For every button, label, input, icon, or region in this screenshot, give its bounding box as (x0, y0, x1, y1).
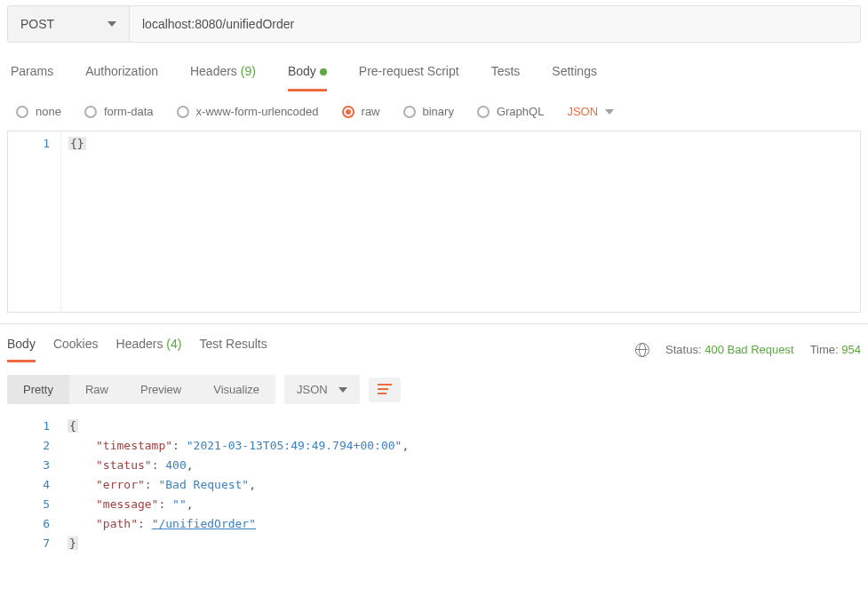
response-code[interactable]: { "timestamp": "2021-03-13T05:49:49.794+… (60, 417, 861, 553)
rtab-cookies-label: Cookies (53, 337, 99, 351)
code-token: "timestamp" (96, 439, 172, 452)
code-token: : (152, 458, 166, 472)
code-token: "message" (96, 497, 158, 511)
request-bar: POST (0, 0, 868, 48)
body-format-label: JSON (567, 105, 598, 118)
tab-headers-count: (9) (241, 64, 256, 78)
response-tabs: Body Cookies Headers (4) Test Results St… (0, 324, 868, 362)
radio-none-label: none (36, 105, 61, 118)
tab-params[interactable]: Params (11, 64, 53, 91)
request-body-editor[interactable]: 1 {} (7, 131, 861, 313)
code-text: {} (68, 137, 86, 150)
response-format-label: JSON (297, 383, 328, 396)
line-number: 7 (7, 534, 50, 553)
view-raw-label: Raw (85, 383, 108, 396)
view-mode-group: Pretty Raw Preview Visualize (7, 375, 275, 404)
radio-binary-label: binary (423, 105, 454, 118)
tab-headers-label: Headers (190, 64, 237, 78)
rtab-body-label: Body (7, 337, 36, 351)
tab-tests[interactable]: Tests (491, 64, 521, 91)
code-token: : (172, 439, 187, 452)
view-visualize-button[interactable]: Visualize (197, 375, 275, 404)
code-token: 400 (165, 458, 186, 472)
radio-graphql[interactable]: GraphQL (477, 105, 544, 118)
code-token: , (187, 497, 194, 511)
globe-icon[interactable] (635, 343, 649, 357)
status-block[interactable]: Status: 400 Bad Request (665, 343, 794, 356)
response-tab-body[interactable]: Body (7, 337, 36, 362)
tab-prerequest[interactable]: Pre-request Script (359, 64, 459, 91)
editor-gutter: 1 (8, 131, 61, 312)
view-preview-button[interactable]: Preview (124, 375, 197, 404)
tab-settings-label: Settings (552, 64, 597, 78)
view-pretty-label: Pretty (23, 383, 53, 396)
radio-binary[interactable]: binary (403, 105, 454, 118)
radio-icon (477, 106, 490, 118)
editor-content[interactable]: {} (61, 131, 860, 312)
chevron-down-icon (605, 109, 614, 115)
radio-raw[interactable]: raw (342, 105, 380, 118)
response-body-editor[interactable]: 1 2 3 4 5 6 7 { "timestamp": "2021-03-13… (7, 417, 861, 553)
body-type-row: none form-data x-www-form-urlencoded raw… (0, 92, 868, 131)
status-label: Status: (665, 343, 701, 356)
view-preview-label: Preview (140, 383, 181, 396)
view-pretty-button[interactable]: Pretty (7, 375, 69, 404)
tab-prerequest-label: Pre-request Script (359, 64, 459, 78)
radio-formdata-label: form-data (104, 105, 154, 118)
chevron-down-icon (338, 387, 347, 393)
rtab-headers-count: (4) (166, 337, 181, 351)
tab-body-label: Body (288, 64, 316, 78)
code-token: { (68, 419, 78, 433)
radio-graphql-label: GraphQL (497, 105, 544, 118)
request-tabs: Params Authorization Headers (9) Body Pr… (0, 48, 868, 92)
time-block[interactable]: Time: 954 (810, 343, 861, 356)
url-input[interactable] (130, 5, 861, 43)
time-value: 954 (841, 343, 861, 356)
radio-icon (342, 106, 354, 118)
chevron-down-icon (108, 21, 116, 27)
view-raw-button[interactable]: Raw (69, 375, 124, 404)
tab-params-label: Params (11, 64, 53, 78)
tab-settings[interactable]: Settings (552, 64, 597, 91)
code-token: "Bad Request" (158, 478, 249, 491)
radio-form-data[interactable]: form-data (84, 105, 154, 118)
code-token: : (138, 517, 152, 530)
wrap-icon (378, 384, 392, 396)
line-number: 4 (7, 475, 50, 495)
view-controls: Pretty Raw Preview Visualize JSON (0, 362, 868, 417)
line-number: 1 (8, 137, 50, 150)
radio-urlenc-label: x-www-form-urlencoded (196, 105, 319, 118)
radio-urlencoded[interactable]: x-www-form-urlencoded (177, 105, 319, 118)
tab-body[interactable]: Body (288, 64, 327, 91)
tab-tests-label: Tests (491, 64, 521, 78)
response-format-select[interactable]: JSON (284, 375, 360, 404)
line-number: 6 (7, 514, 50, 534)
response-tab-headers[interactable]: Headers (4) (116, 337, 182, 362)
code-token: "/unifiedOrder" (152, 517, 256, 530)
time-label: Time: (810, 343, 839, 356)
response-meta: Status: 400 Bad Request Time: 954 (635, 343, 861, 357)
body-format-select[interactable]: JSON (567, 105, 614, 118)
code-token: "path" (96, 517, 138, 530)
radio-icon (84, 106, 97, 118)
wrap-lines-button[interactable] (369, 378, 401, 402)
tab-authorization[interactable]: Authorization (85, 64, 158, 91)
response-tab-testresults[interactable]: Test Results (199, 337, 267, 362)
code-token: "2021-03-13T05:49:49.794+00:00" (187, 439, 402, 452)
tab-auth-label: Authorization (85, 64, 158, 78)
radio-icon (177, 106, 189, 118)
code-token: , (187, 458, 194, 472)
radio-none[interactable]: none (16, 105, 61, 118)
radio-icon (403, 106, 416, 118)
view-visualize-label: Visualize (213, 383, 259, 396)
method-value: POST (20, 17, 54, 31)
radio-raw-label: raw (362, 105, 380, 118)
line-number: 2 (7, 436, 50, 456)
code-token: "" (172, 497, 187, 511)
code-token: , (249, 478, 256, 491)
code-token: "status" (96, 458, 152, 472)
response-tab-cookies[interactable]: Cookies (53, 337, 99, 362)
tab-headers[interactable]: Headers (9) (190, 64, 256, 91)
status-value: 400 Bad Request (705, 343, 793, 356)
method-select[interactable]: POST (7, 5, 130, 43)
